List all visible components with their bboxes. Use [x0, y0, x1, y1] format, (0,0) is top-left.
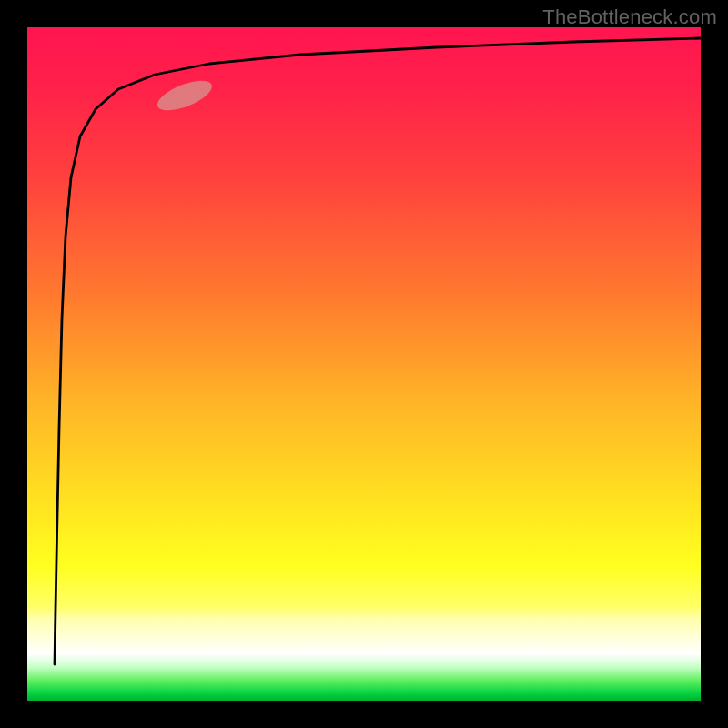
chart-svg [27, 27, 701, 701]
curve-highlight [154, 75, 216, 116]
bottleneck-curve [55, 38, 701, 664]
bottleneck-chart: TheBottleneck.com [0, 0, 728, 728]
plot-area [27, 27, 701, 701]
watermark-text: TheBottleneck.com [542, 5, 717, 29]
